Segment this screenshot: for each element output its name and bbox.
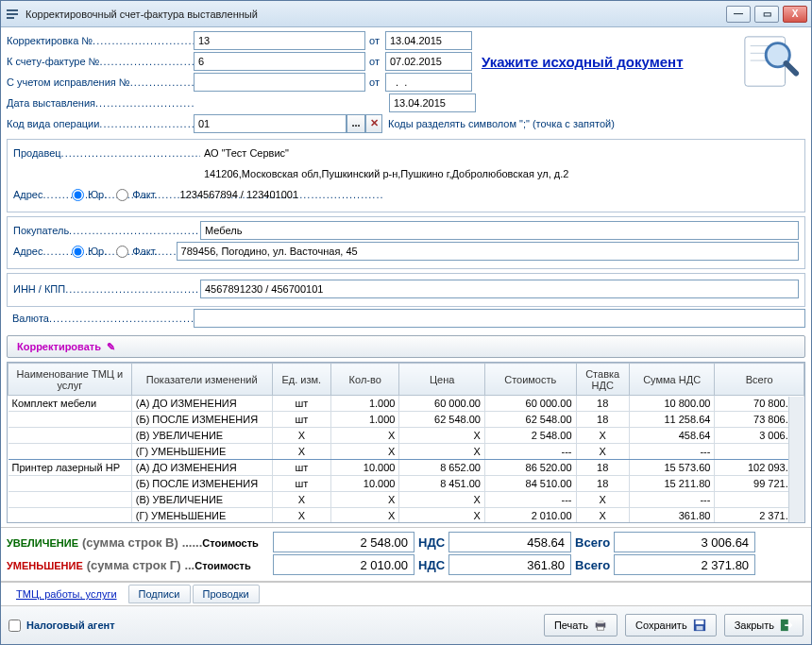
cell-indicator: (В) УВЕЛИЧЕНИЕ (131, 492, 272, 508)
cell-indicator: (А) ДО ИЗМЕНЕНИЯ (131, 460, 272, 476)
cell-name (8, 492, 132, 508)
cell-rate: 18 (576, 476, 629, 492)
tab-signatures[interactable]: Подписи (128, 585, 191, 603)
table-row[interactable]: Комплект мебели(А) ДО ИЗМЕНЕНИЯшт1.00060… (8, 396, 804, 412)
col-vat[interactable]: Сумма НДС (629, 364, 715, 396)
table-row[interactable]: (Г) УМЕНЬШЕНИЕХХХ2 010.00Х361.802 371.80 (8, 508, 804, 524)
cell-price: Х (399, 508, 485, 524)
cell-cost: 2 548.00 (484, 428, 576, 444)
op-code-input[interactable] (194, 114, 347, 133)
cell-qty: Х (331, 428, 399, 444)
app-icon (5, 7, 20, 22)
buyer-address-input[interactable] (177, 242, 799, 261)
table-row[interactable]: (В) УВЕЛИЧЕНИЕХХХ2 548.00Х458.643 006.64 (8, 428, 804, 444)
titlebar: Корректировочный счет-фактура выставленн… (1, 1, 811, 27)
cell-rate: 18 (576, 396, 629, 412)
fix-date-input[interactable] (385, 73, 472, 92)
minimize-button[interactable]: — (726, 6, 751, 23)
vat-sep-2: НДС (418, 558, 445, 572)
cell-name: Комплект мебели (8, 396, 132, 412)
correction-date-input[interactable] (385, 31, 472, 50)
seller-name: АО "Тест Сервис" (200, 146, 799, 160)
col-indicator[interactable]: Показатели изменений (131, 364, 272, 396)
cell-vat: 15 211.80 (629, 476, 715, 492)
source-document-link[interactable]: Укажите исходный документ (482, 54, 684, 70)
op-code-label: Код вида операции (7, 118, 194, 129)
cell-rate: Х (576, 444, 629, 460)
cell-rate: Х (576, 492, 629, 508)
close-button[interactable]: X (783, 6, 807, 23)
buyer-addr-legal-radio[interactable] (72, 246, 84, 258)
close-window-button[interactable]: Закрыть (724, 614, 804, 637)
issue-date-label: Дата выставления (7, 97, 194, 109)
col-name[interactable]: Наименование ТМЦ и услуг (8, 364, 132, 396)
cell-indicator: (Г) УМЕНЬШЕНИЕ (131, 508, 272, 524)
cell-unit: шт (272, 476, 330, 492)
col-price[interactable]: Цена (399, 364, 485, 396)
cell-rate: 18 (576, 460, 629, 476)
cell-unit: шт (272, 412, 330, 428)
dec-cost: 2 010.00 (273, 554, 414, 575)
items-grid[interactable]: Наименование ТМЦ и услуг Показатели изме… (7, 362, 805, 523)
save-button[interactable]: Сохранить (625, 614, 717, 637)
cell-cost: 60 000.00 (484, 396, 576, 412)
buyer-input[interactable] (200, 221, 799, 240)
total-sep-1: Всего (575, 535, 610, 550)
tab-postings[interactable]: Проводки (193, 585, 260, 603)
cell-cost: 62 548.00 (484, 412, 576, 428)
tax-agent-label: Налоговый агент (26, 620, 115, 631)
table-row[interactable]: (Б) ПОСЛЕ ИЗМЕНЕНИЯшт10.0008 451.0084 51… (8, 476, 804, 492)
cell-name (8, 412, 132, 428)
seller-inn-kpp: 1234567894 / 123401001 (177, 188, 799, 201)
col-rate[interactable]: Ставка НДС (576, 364, 629, 396)
tax-agent-input[interactable] (8, 620, 21, 632)
seller-label: Продавец (13, 147, 200, 159)
cell-unit: Х (272, 444, 330, 460)
cell-cost: --- (484, 492, 576, 508)
correct-button[interactable]: Корректировать (7, 335, 805, 358)
magnifier-icon (741, 33, 800, 92)
grid-scrollbar[interactable] (788, 397, 804, 522)
op-code-clear-button[interactable]: ✕ (365, 114, 382, 133)
print-button[interactable]: Печать (544, 614, 617, 637)
table-row[interactable]: (Г) УМЕНЬШЕНИЕХХХ---Х------ (8, 444, 804, 460)
cell-price: 62 548.00 (399, 412, 485, 428)
table-row[interactable]: (Б) ПОСЛЕ ИЗМЕНЕНИЯшт1.00062 548.0062 54… (8, 412, 804, 428)
seller-addr-legal-radio[interactable] (72, 189, 84, 201)
inc-cost: 2 548.00 (273, 532, 414, 552)
cell-name (8, 508, 132, 524)
invoice-no-input[interactable] (194, 52, 365, 71)
invoice-no-label: К счету-фактуре № (7, 56, 194, 67)
cell-qty: Х (331, 444, 399, 460)
col-qty[interactable]: Кол-во (331, 364, 399, 396)
cell-rate: Х (576, 428, 629, 444)
buyer-inn-input[interactable] (200, 280, 799, 298)
decrease-total-label: УМЕНЬШЕНИЕ (сумма строк Г) ...Стоимость (7, 557, 269, 572)
printer-icon (594, 619, 607, 632)
issue-date-input[interactable] (389, 93, 476, 112)
op-code-lookup-button[interactable]: ... (347, 114, 365, 133)
seller-addr-label: Адрес (13, 189, 68, 200)
col-total[interactable]: Всего (715, 364, 804, 396)
diskette-icon (693, 619, 706, 632)
fix-no-input[interactable] (194, 73, 365, 92)
cell-vat: --- (629, 444, 715, 460)
col-cost[interactable]: Стоимость (484, 364, 576, 396)
from-label-2: от (369, 56, 380, 67)
correction-no-input[interactable] (194, 31, 365, 50)
buyer-addr-fact-radio[interactable] (116, 246, 128, 258)
maximize-button[interactable]: ▭ (754, 6, 779, 23)
seller-addr-legal-label: Юр. (88, 189, 107, 200)
currency-input[interactable] (194, 309, 805, 328)
inn-kpp-label: ИНН / КПП (13, 283, 200, 295)
cell-vat: 15 573.60 (629, 460, 715, 476)
seller-addr-fact-radio[interactable] (116, 189, 128, 201)
invoice-date-input[interactable] (385, 52, 472, 71)
tab-tmz[interactable]: ТМЦ, работы, услуги (7, 586, 127, 603)
col-unit[interactable]: Ед. изм. (272, 364, 330, 396)
tax-agent-checkbox[interactable]: Налоговый агент (8, 620, 115, 632)
cell-cost: 84 510.00 (484, 476, 576, 492)
seller-address-line: 141206,Московская обл,Пушкинский р-н,Пуш… (200, 167, 799, 180)
table-row[interactable]: (В) УВЕЛИЧЕНИЕХХХ---Х------ (8, 492, 804, 508)
table-row[interactable]: Принтер лазерный HP(А) ДО ИЗМЕНЕНИЯшт10.… (8, 460, 804, 476)
